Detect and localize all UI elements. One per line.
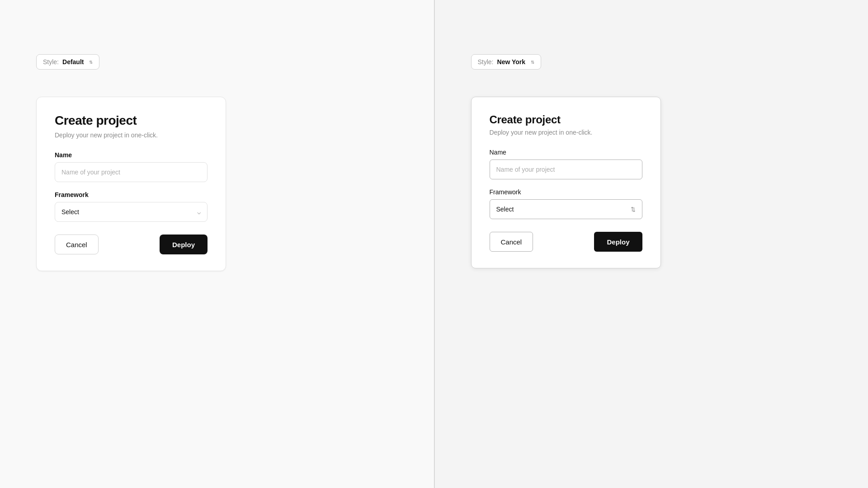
chevron-down-icon-left: ⌵ xyxy=(197,208,201,216)
card-default: Create project Deploy your new project i… xyxy=(36,97,226,271)
framework-label-right: Framework xyxy=(490,188,642,196)
framework-select-right[interactable]: Select ⇅ xyxy=(490,199,642,219)
name-input-left[interactable] xyxy=(55,162,208,182)
card-title-right: Create project xyxy=(490,113,642,126)
framework-select-left[interactable]: Select ⌵ xyxy=(55,202,208,222)
style-selector-right[interactable]: Style: New York ⇅ xyxy=(471,54,542,70)
cancel-button-right[interactable]: Cancel xyxy=(490,232,533,252)
card-subtitle-left: Deploy your new project in one-click. xyxy=(55,131,208,139)
card-title-left: Create project xyxy=(55,113,208,128)
style-arrows-right: ⇅ xyxy=(531,60,534,65)
name-input-right[interactable] xyxy=(490,160,642,179)
updown-arrows-icon-right: ⇅ xyxy=(631,206,636,212)
deploy-button-right[interactable]: Deploy xyxy=(594,232,642,252)
button-row-left: Cancel Deploy xyxy=(55,235,208,254)
card-newyork: Create project Deploy your new project i… xyxy=(471,97,661,268)
style-selector-left[interactable]: Style: Default ⇅ xyxy=(36,54,99,70)
style-value-left: Default xyxy=(62,58,84,66)
card-subtitle-right: Deploy your new project in one-click. xyxy=(490,129,642,136)
name-label-right: Name xyxy=(490,149,642,156)
left-panel: Style: Default ⇅ Create project Deploy y… xyxy=(0,0,434,488)
framework-select-value-left: Select xyxy=(61,208,79,216)
framework-label-left: Framework xyxy=(55,191,208,198)
style-label-left: Style: xyxy=(43,58,59,66)
style-value-right: New York xyxy=(497,58,526,66)
style-label-right: Style: xyxy=(478,58,494,66)
style-arrows-left: ⇅ xyxy=(89,60,93,65)
framework-select-value-right: Select xyxy=(496,206,514,213)
name-label-left: Name xyxy=(55,151,208,159)
deploy-button-left[interactable]: Deploy xyxy=(160,235,208,254)
cancel-button-left[interactable]: Cancel xyxy=(55,235,99,254)
right-panel: Style: New York ⇅ Create project Deploy … xyxy=(434,0,868,488)
button-row-right: Cancel Deploy xyxy=(490,232,642,252)
